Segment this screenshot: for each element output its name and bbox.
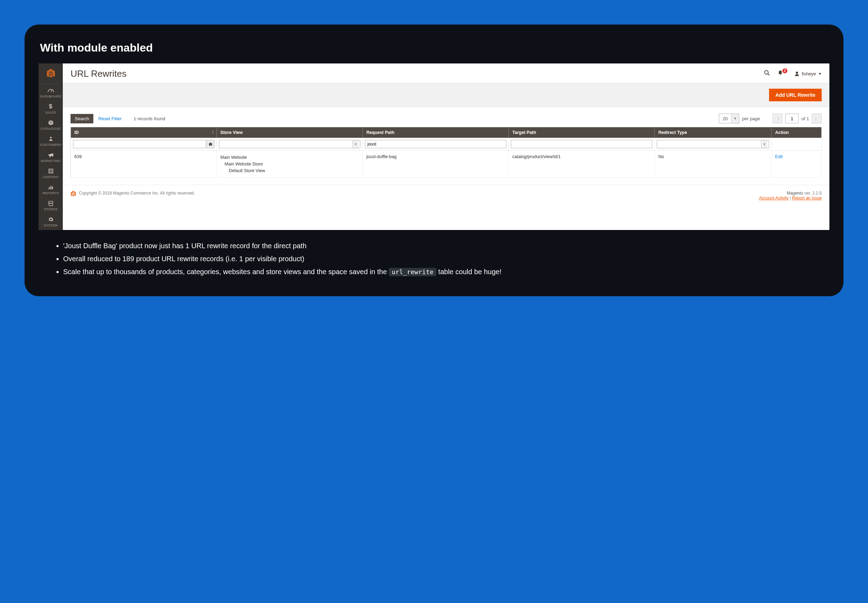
list-item: 'Joust Duffle Bag' product now just has … [63,240,829,252]
bars-icon [39,184,63,191]
sidebar-item-label: MARKETING [39,159,63,163]
magento-screenshot: DASHBOARD$SALESCATALOGUECUSTOMERSMARKETI… [39,63,829,230]
svg-rect-10 [209,144,212,146]
sidebar-item-catalogue[interactable]: CATALOGUE [39,117,63,133]
store-scope-icon[interactable] [207,140,214,148]
cell-store: Main Website Main Website Store Default … [217,151,363,178]
svg-point-7 [764,71,768,74]
mega-icon [39,152,63,158]
sidebar-item-label: STORES [39,207,63,211]
chevron-down-icon: ▼ [761,140,767,148]
svg-rect-2 [49,169,53,173]
sidebar-item-dashboard[interactable]: DASHBOARD [39,85,63,101]
sidebar-item-reports[interactable]: REPORTS [39,182,63,198]
list-item: Scale that up to thousands of products, … [63,266,829,278]
notification-badge: 2 [783,68,787,73]
card-title: With module enabled [40,41,829,54]
table-row[interactable]: 639 Main Website Main Website Store Defa… [71,151,822,178]
code-inline: url_rewrite [389,268,436,276]
cell-id: 639 [71,151,217,178]
sidebar-item-label: SALES [39,111,63,114]
dash-icon [39,87,63,94]
page-title: URL Rewrites [71,68,126,79]
search-icon[interactable] [762,70,772,78]
page-size-select[interactable]: 20 ▼ [719,114,739,124]
sidebar-item-label: CATALOGUE [39,127,63,130]
admin-main: URL Rewrites 2 fisheye ▼ Add URL Rewrite [63,63,829,230]
col-store[interactable]: Store View [217,127,363,138]
col-target[interactable]: Target Path [509,127,655,138]
svg-rect-5 [50,186,51,189]
filter-row: ▼ ▼ [71,138,822,151]
sidebar-item-label: DASHBOARD [39,95,63,98]
copyright: Copyright © 2018 Magento Commerce Inc. A… [79,191,195,196]
col-id[interactable]: ID ↑ [71,127,217,138]
filter-redirect-select[interactable]: ▼ [657,140,769,148]
cell-request: joust-duffle-bag [363,151,509,178]
col-redirect[interactable]: Redirect Type [655,127,772,138]
page-actions: Add URL Rewrite [63,83,829,107]
grid-toolbar: Search Reset Filter 1 records found 20 ▼… [63,107,829,127]
svg-point-1 [50,137,51,139]
sidebar-item-system[interactable]: SYSTEM [39,214,63,230]
footer-brand: Magento [787,191,803,196]
sidebar-item-sales[interactable]: $SALES [39,101,63,117]
search-button[interactable]: Search [71,114,93,124]
next-page-button[interactable]: 〉 [812,114,822,124]
user-menu[interactable]: fisheye ▼ [794,71,822,76]
edit-link[interactable]: Edit [775,154,783,159]
sidebar-item-label: CUSTOMERS [39,143,63,147]
pager: 20 ▼ per page 〈 of 1 〉 [719,114,822,124]
magento-logo[interactable] [39,63,63,84]
sidebar-item-stores[interactable]: STORES [39,198,63,214]
per-page-label: per page [742,116,760,121]
caret-down-icon: ▼ [818,72,822,76]
account-activity-link[interactable]: Account Activity [759,196,788,201]
user-icon [794,71,800,76]
svg-rect-3 [50,170,52,173]
filter-store-select[interactable]: ▼ [219,140,360,148]
reset-filter-link[interactable]: Reset Filter [98,116,121,121]
person-icon [39,135,63,142]
sidebar-item-content[interactable]: CONTENT [39,165,63,182]
svg-line-0 [51,90,52,92]
page-number-input[interactable] [785,114,798,124]
report-issue-link[interactable]: Report an Issue [792,196,822,201]
list-item: Overall reduced to 189 product URL rewri… [63,253,829,265]
chevron-down-icon: ▼ [731,114,739,123]
sidebar-item-customers[interactable]: CUSTOMERS [39,133,63,149]
add-url-rewrite-button[interactable]: Add URL Rewrite [769,89,822,101]
notifications-button[interactable]: 2 [775,70,785,78]
chevron-down-icon: ▼ [352,140,358,148]
cube-icon [39,119,63,126]
filter-request-input[interactable] [365,140,506,148]
sort-asc-icon: ↑ [212,130,214,134]
records-found: 1 records found [134,116,165,121]
cell-redirect: No [655,151,772,178]
svg-point-9 [796,71,798,74]
sidebar-item-label: SYSTEM [39,224,63,227]
username: fisheye [802,71,816,76]
filter-target-input[interactable] [511,140,652,148]
magento-logo-icon [71,191,76,198]
admin-footer: Copyright © 2018 Magento Commerce Inc. A… [63,185,829,207]
gear-icon [39,216,63,223]
store-icon [39,200,63,207]
prev-page-button[interactable]: 〈 [773,114,783,124]
notes-list: 'Joust Duffle Bag' product now just has … [39,240,829,278]
col-action: Action [772,127,822,138]
admin-sidebar: DASHBOARD$SALESCATALOGUECUSTOMERSMARKETI… [39,63,63,230]
svg-line-8 [768,74,769,76]
sidebar-item-label: REPORTS [39,192,63,195]
sidebar-item-marketing[interactable]: MARKETING [39,149,63,165]
topbar: URL Rewrites 2 fisheye ▼ [63,63,829,83]
page-total-label: of 1 [801,116,809,121]
url-rewrite-grid: ID ↑ Store View Request Path Target Path… [71,127,822,178]
col-request[interactable]: Request Path [363,127,509,138]
footer-version: ver. 2.2.5 [803,191,822,196]
filter-id-input[interactable] [73,140,206,148]
dollar-icon: $ [39,103,63,110]
svg-rect-6 [52,187,53,189]
blocks-icon [39,168,63,175]
magento-logo-icon [46,69,55,79]
